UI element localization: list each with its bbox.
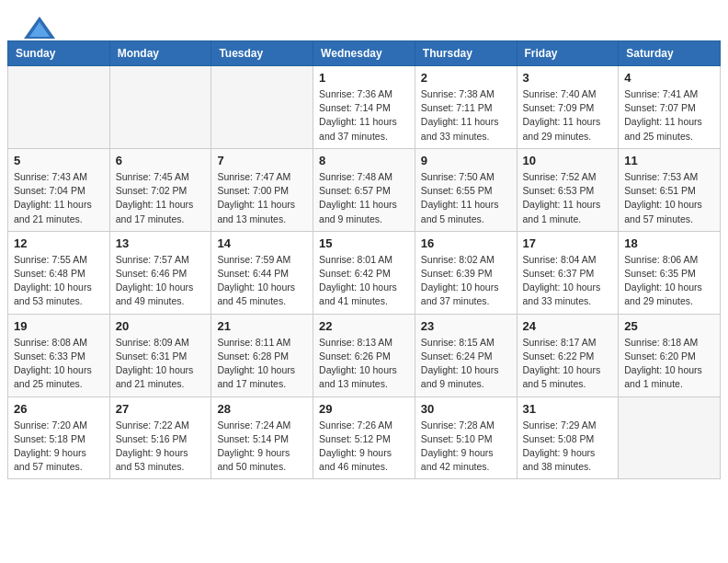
day-number: 6 — [116, 154, 206, 167]
calendar-cell — [211, 66, 313, 149]
calendar-week-1: 1Sunrise: 7:36 AMSunset: 7:14 PMDaylight… — [8, 66, 721, 149]
calendar-body: 1Sunrise: 7:36 AMSunset: 7:14 PMDaylight… — [8, 66, 721, 479]
day-info: Sunrise: 7:50 AMSunset: 6:55 PMDaylight:… — [421, 170, 511, 226]
day-number: 30 — [421, 402, 511, 416]
calendar-cell: 9Sunrise: 7:50 AMSunset: 6:55 PMDaylight… — [415, 148, 517, 231]
calendar-cell: 26Sunrise: 7:20 AMSunset: 5:18 PMDayligh… — [8, 396, 110, 479]
day-number: 11 — [624, 154, 714, 167]
day-info: Sunrise: 7:48 AMSunset: 6:57 PMDaylight:… — [319, 170, 409, 226]
day-info: Sunrise: 7:40 AMSunset: 7:09 PMDaylight:… — [523, 87, 613, 144]
calendar-cell: 16Sunrise: 8:02 AMSunset: 6:39 PMDayligh… — [415, 231, 517, 314]
calendar-cell: 27Sunrise: 7:22 AMSunset: 5:16 PMDayligh… — [109, 396, 211, 479]
calendar-cell: 22Sunrise: 8:13 AMSunset: 6:26 PMDayligh… — [313, 314, 415, 396]
calendar-container: SundayMondayTuesdayWednesdayThursdayFrid… — [0, 40, 728, 487]
day-number: 2 — [421, 71, 511, 85]
calendar-week-3: 12Sunrise: 7:55 AMSunset: 6:48 PMDayligh… — [8, 231, 721, 314]
day-number: 12 — [14, 236, 104, 250]
calendar-cell: 17Sunrise: 8:04 AMSunset: 6:37 PMDayligh… — [517, 231, 619, 314]
calendar-cell: 31Sunrise: 7:29 AMSunset: 5:08 PMDayligh… — [517, 396, 619, 479]
day-info: Sunrise: 7:52 AMSunset: 6:53 PMDaylight:… — [523, 170, 613, 226]
day-number: 22 — [319, 319, 409, 333]
day-number: 8 — [319, 154, 409, 167]
day-number: 5 — [14, 154, 104, 167]
calendar-cell: 18Sunrise: 8:06 AMSunset: 6:35 PMDayligh… — [619, 231, 721, 314]
day-number: 24 — [523, 319, 613, 333]
calendar-cell: 23Sunrise: 8:15 AMSunset: 6:24 PMDayligh… — [415, 314, 517, 396]
day-info: Sunrise: 7:43 AMSunset: 7:04 PMDaylight:… — [14, 170, 104, 226]
weekday-header-monday: Monday — [109, 41, 211, 66]
calendar-cell: 10Sunrise: 7:52 AMSunset: 6:53 PMDayligh… — [517, 148, 619, 231]
day-info: Sunrise: 8:02 AMSunset: 6:39 PMDaylight:… — [421, 253, 511, 309]
logo-icon — [22, 15, 55, 33]
day-number: 21 — [217, 319, 307, 333]
day-info: Sunrise: 8:17 AMSunset: 6:22 PMDaylight:… — [523, 336, 613, 392]
day-info: Sunrise: 7:59 AMSunset: 6:44 PMDaylight:… — [217, 253, 307, 309]
calendar-cell: 15Sunrise: 8:01 AMSunset: 6:42 PMDayligh… — [313, 231, 415, 314]
day-info: Sunrise: 8:09 AMSunset: 6:31 PMDaylight:… — [116, 336, 206, 392]
calendar-cell: 24Sunrise: 8:17 AMSunset: 6:22 PMDayligh… — [517, 314, 619, 396]
weekday-header-sunday: Sunday — [8, 41, 110, 66]
day-info: Sunrise: 8:15 AMSunset: 6:24 PMDaylight:… — [421, 336, 511, 392]
calendar-cell: 29Sunrise: 7:26 AMSunset: 5:12 PMDayligh… — [313, 396, 415, 479]
calendar-cell: 28Sunrise: 7:24 AMSunset: 5:14 PMDayligh… — [211, 396, 313, 479]
calendar-cell — [619, 396, 721, 479]
day-number: 3 — [523, 71, 613, 85]
day-info: Sunrise: 7:20 AMSunset: 5:18 PMDaylight:… — [14, 419, 104, 475]
day-info: Sunrise: 7:36 AMSunset: 7:14 PMDaylight:… — [319, 87, 409, 144]
day-number: 19 — [14, 319, 104, 333]
calendar-cell: 25Sunrise: 8:18 AMSunset: 6:20 PMDayligh… — [619, 314, 721, 396]
logo — [22, 15, 61, 33]
calendar-cell: 20Sunrise: 8:09 AMSunset: 6:31 PMDayligh… — [109, 314, 211, 396]
day-info: Sunrise: 7:45 AMSunset: 7:02 PMDaylight:… — [116, 170, 206, 226]
day-number: 18 — [624, 236, 714, 250]
day-info: Sunrise: 7:29 AMSunset: 5:08 PMDaylight:… — [523, 419, 613, 475]
day-info: Sunrise: 7:57 AMSunset: 6:46 PMDaylight:… — [116, 253, 206, 309]
day-number: 7 — [217, 154, 307, 167]
calendar-header: SundayMondayTuesdayWednesdayThursdayFrid… — [8, 41, 721, 66]
calendar-week-2: 5Sunrise: 7:43 AMSunset: 7:04 PMDaylight… — [8, 148, 721, 231]
day-info: Sunrise: 7:26 AMSunset: 5:12 PMDaylight:… — [319, 419, 409, 475]
calendar-cell: 14Sunrise: 7:59 AMSunset: 6:44 PMDayligh… — [211, 231, 313, 314]
calendar-cell: 4Sunrise: 7:41 AMSunset: 7:07 PMDaylight… — [619, 66, 721, 149]
weekday-header-thursday: Thursday — [415, 41, 517, 66]
calendar-cell: 7Sunrise: 7:47 AMSunset: 7:00 PMDaylight… — [211, 148, 313, 231]
calendar-cell: 6Sunrise: 7:45 AMSunset: 7:02 PMDaylight… — [109, 148, 211, 231]
day-info: Sunrise: 7:53 AMSunset: 6:51 PMDaylight:… — [624, 170, 714, 226]
weekday-header-row: SundayMondayTuesdayWednesdayThursdayFrid… — [8, 41, 721, 66]
calendar-cell: 5Sunrise: 7:43 AMSunset: 7:04 PMDaylight… — [8, 148, 110, 231]
day-number: 15 — [319, 236, 409, 250]
calendar-cell: 13Sunrise: 7:57 AMSunset: 6:46 PMDayligh… — [109, 231, 211, 314]
day-number: 26 — [14, 402, 104, 416]
calendar-cell: 19Sunrise: 8:08 AMSunset: 6:33 PMDayligh… — [8, 314, 110, 396]
day-info: Sunrise: 8:13 AMSunset: 6:26 PMDaylight:… — [319, 336, 409, 392]
day-number: 16 — [421, 236, 511, 250]
day-number: 31 — [523, 402, 613, 416]
day-info: Sunrise: 7:55 AMSunset: 6:48 PMDaylight:… — [14, 253, 104, 309]
calendar-cell: 3Sunrise: 7:40 AMSunset: 7:09 PMDaylight… — [517, 66, 619, 149]
day-info: Sunrise: 7:38 AMSunset: 7:11 PMDaylight:… — [421, 87, 511, 144]
day-info: Sunrise: 7:22 AMSunset: 5:16 PMDaylight:… — [116, 419, 206, 475]
day-number: 1 — [319, 71, 409, 85]
day-info: Sunrise: 7:47 AMSunset: 7:00 PMDaylight:… — [217, 170, 307, 226]
day-number: 29 — [319, 402, 409, 416]
calendar-week-4: 19Sunrise: 8:08 AMSunset: 6:33 PMDayligh… — [8, 314, 721, 396]
day-info: Sunrise: 8:11 AMSunset: 6:28 PMDaylight:… — [217, 336, 307, 392]
weekday-header-wednesday: Wednesday — [313, 41, 415, 66]
calendar-cell — [109, 66, 211, 149]
calendar-cell: 21Sunrise: 8:11 AMSunset: 6:28 PMDayligh… — [211, 314, 313, 396]
day-number: 23 — [421, 319, 511, 333]
calendar-cell — [8, 66, 110, 149]
weekday-header-friday: Friday — [517, 41, 619, 66]
day-number: 9 — [421, 154, 511, 167]
day-info: Sunrise: 7:28 AMSunset: 5:10 PMDaylight:… — [421, 419, 511, 475]
day-number: 17 — [523, 236, 613, 250]
day-number: 28 — [217, 402, 307, 416]
weekday-header-saturday: Saturday — [619, 41, 721, 66]
calendar-cell: 11Sunrise: 7:53 AMSunset: 6:51 PMDayligh… — [619, 148, 721, 231]
calendar-cell: 2Sunrise: 7:38 AMSunset: 7:11 PMDaylight… — [415, 66, 517, 149]
day-info: Sunrise: 8:04 AMSunset: 6:37 PMDaylight:… — [523, 253, 613, 309]
day-info: Sunrise: 7:41 AMSunset: 7:07 PMDaylight:… — [624, 87, 714, 144]
calendar-cell: 1Sunrise: 7:36 AMSunset: 7:14 PMDaylight… — [313, 66, 415, 149]
weekday-header-tuesday: Tuesday — [211, 41, 313, 66]
day-number: 27 — [116, 402, 206, 416]
